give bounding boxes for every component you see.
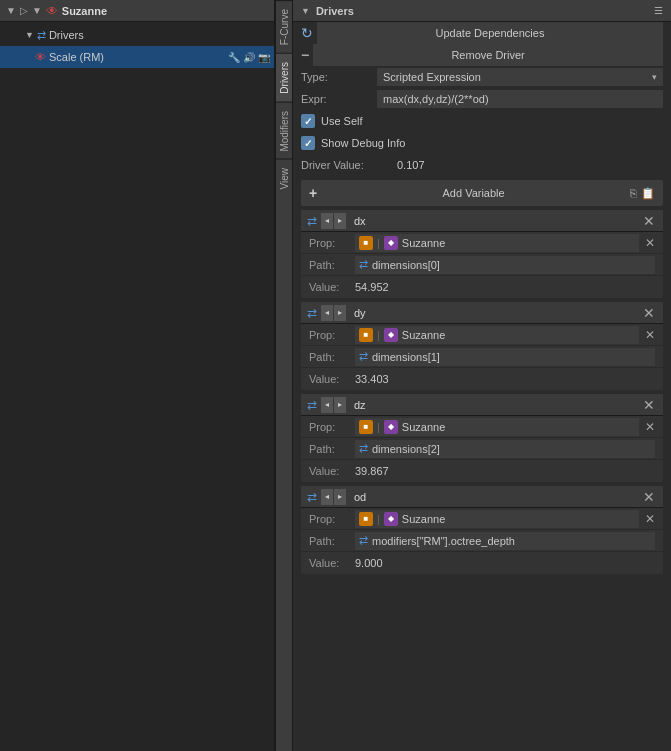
var-driver-icon-dy: ⇄ [307,306,317,320]
add-variable-label: Add Variable [321,187,626,199]
expr-label: Expr: [301,93,371,105]
variable-block-dx: ⇄ ◂ ▸ dx ✕ Prop: ■ | ◆ Suzanne ✕ Pat [301,210,663,298]
value-label-dx: Value: [309,281,349,293]
prop-obj-name-dy: Suzanne [402,329,445,341]
value-num-od: 9.000 [355,557,383,569]
var-name-dy: dy [350,307,637,319]
path-text-dz: dimensions[2] [372,443,440,455]
value-row-dy: Value: 33.403 [301,368,663,390]
path-row-od: Path: ⇄ modifiers["RM"].octree_depth [301,530,663,552]
show-debug-checkbox[interactable]: ✓ [301,136,315,150]
var-stepper-dy[interactable]: ◂ ▸ [321,305,346,321]
path-label-dz: Path: [309,443,349,455]
var-name-dz: dz [350,399,637,411]
path-label-dy: Path: [309,351,349,363]
path-text-dx: dimensions[0] [372,259,440,271]
stepper-right-dx[interactable]: ▸ [334,213,346,229]
stepper-left-dz[interactable]: ◂ [321,397,333,413]
obj-icon-dz: ■ [359,420,373,434]
remove-driver-btn[interactable]: Remove Driver [313,44,663,66]
prop-close-dz[interactable]: ✕ [645,420,655,434]
stepper-left-dx[interactable]: ◂ [321,213,333,229]
type-select[interactable]: Scripted Expression ▾ [377,68,663,86]
tab-modifiers[interactable]: Modifiers [276,102,292,160]
minus-icon: − [301,47,309,63]
variable-header-od: ⇄ ◂ ▸ od ✕ [301,486,663,508]
add-variable-row[interactable]: + Add Variable ⎘ 📋 [301,180,663,206]
tab-fcurve[interactable]: F-Curve [276,0,292,53]
var-stepper-od[interactable]: ◂ ▸ [321,489,346,505]
var-stepper-dx[interactable]: ◂ ▸ [321,213,346,229]
stepper-left-od[interactable]: ◂ [321,489,333,505]
sep-dy: | [377,329,380,341]
camera-icon: 📷 [258,52,270,63]
path-driver-icon-od: ⇄ [359,534,368,547]
prop-obj-name-dz: Suzanne [402,421,445,433]
obj-icon-dy: ■ [359,328,373,342]
outliner-arrow-icon[interactable]: ▷ [20,5,28,16]
driver-value-row: Driver Value: 0.107 [293,154,671,176]
tab-drivers[interactable]: Drivers [276,53,292,102]
stepper-right-dz[interactable]: ▸ [334,397,346,413]
speaker-icon: 🔊 [243,52,255,63]
use-self-checkbox[interactable]: ✓ [301,114,315,128]
var-stepper-dz[interactable]: ◂ ▸ [321,397,346,413]
close-od[interactable]: ✕ [641,489,657,505]
drivers-header-triangle: ▼ [301,6,310,16]
prop-close-dy[interactable]: ✕ [645,328,655,342]
prop-close-od[interactable]: ✕ [645,512,655,526]
outliner-header: ▼ ▷ ▼ 👁 Suzanne [0,0,274,22]
driver-value-label: Driver Value: [301,159,391,171]
path-driver-icon-dx: ⇄ [359,258,368,271]
show-debug-row: ✓ Show Debug Info [293,132,671,154]
close-dx[interactable]: ✕ [641,213,657,229]
tree-item-scale-rm[interactable]: 👁 Scale (RM) 🔧 🔊 📷 [0,46,274,68]
path-text-dy: dimensions[1] [372,351,440,363]
outliner-collapse-icon[interactable]: ▼ [6,5,16,16]
drivers-scrollable[interactable]: ↻ Update Dependencies − Remove Driver Ty… [293,22,671,751]
stepper-right-od[interactable]: ▸ [334,489,346,505]
expr-input[interactable]: max(dx,dy,dz)/(2**od) [377,90,663,108]
outliner-menu-icon[interactable]: ▼ [32,5,42,16]
paste-icon[interactable]: 📋 [641,187,655,200]
tree-item-drivers[interactable]: ▼ ⇄ Drivers [0,24,274,46]
close-dz[interactable]: ✕ [641,397,657,413]
path-value-dy[interactable]: ⇄ dimensions[1] [355,348,655,366]
prop-close-dx[interactable]: ✕ [645,236,655,250]
outliner-body: ▼ ⇄ Drivers 👁 Scale (RM) 🔧 🔊 📷 [0,22,274,751]
update-dependencies-btn[interactable]: Update Dependencies [317,22,663,44]
value-num-dx: 54.952 [355,281,389,293]
driver-value-num: 0.107 [397,159,425,171]
expr-row: Expr: max(dx,dy,dz)/(2**od) [293,88,671,110]
path-value-dx[interactable]: ⇄ dimensions[0] [355,256,655,274]
stepper-left-dy[interactable]: ◂ [321,305,333,321]
copy-icon[interactable]: ⎘ [630,187,637,199]
close-dy[interactable]: ✕ [641,305,657,321]
header-menu-icon[interactable]: ☰ [654,5,663,16]
outliner-title: Suzanne [62,5,107,17]
expand-icon: ▼ [25,30,34,40]
prop-value-od[interactable]: ■ | ◆ Suzanne [355,510,639,528]
sep-dx: | [377,237,380,249]
stepper-right-dy[interactable]: ▸ [334,305,346,321]
prop-value-dz[interactable]: ■ | ◆ Suzanne [355,418,639,436]
path-text-od: modifiers["RM"].octree_depth [372,535,515,547]
prop-value-dy[interactable]: ■ | ◆ Suzanne [355,326,639,344]
prop-obj-name-dx: Suzanne [402,237,445,249]
mesh-icon-dy: ◆ [384,328,398,342]
path-value-dz[interactable]: ⇄ dimensions[2] [355,440,655,458]
path-row-dx: Path: ⇄ dimensions[0] [301,254,663,276]
value-num-dy: 33.403 [355,373,389,385]
value-row-dz: Value: 39.867 [301,460,663,482]
show-debug-label: Show Debug Info [321,137,405,149]
path-row-dy: Path: ⇄ dimensions[1] [301,346,663,368]
path-label-dx: Path: [309,259,349,271]
check-icon: ✓ [304,116,312,127]
tab-view[interactable]: View [276,159,292,198]
prop-label-dy: Prop: [309,329,349,341]
path-driver-icon-dy: ⇄ [359,350,368,363]
debug-check-icon: ✓ [304,138,312,149]
prop-value-dx[interactable]: ■ | ◆ Suzanne [355,234,639,252]
sep-dz: | [377,421,380,433]
path-value-od[interactable]: ⇄ modifiers["RM"].octree_depth [355,532,655,550]
